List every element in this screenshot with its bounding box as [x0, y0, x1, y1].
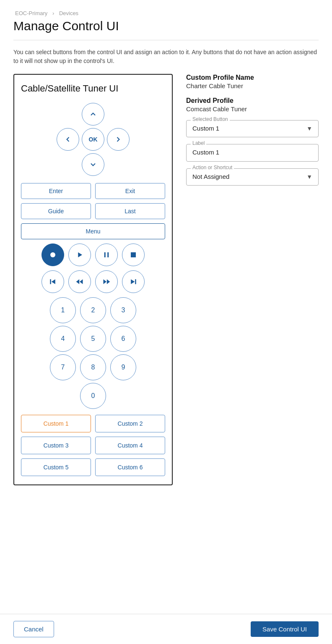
- selected-button-dropdown-wrapper: Custom 1 Custom 2 Custom 3 Custom 4 Cust…: [192, 125, 312, 132]
- custom-profile-name-label: Custom Profile Name: [186, 74, 319, 81]
- play-button[interactable]: [68, 243, 91, 266]
- action-legend: Action or Shortcut: [191, 165, 234, 170]
- selected-button-fieldset: Selected Button Custom 1 Custom 2 Custom…: [186, 120, 319, 137]
- dpad-top-row: [82, 103, 104, 126]
- svg-marker-5: [52, 279, 55, 284]
- stop-button[interactable]: [122, 243, 145, 266]
- cancel-button[interactable]: Cancel: [13, 621, 54, 637]
- num-9-button[interactable]: 9: [110, 354, 136, 380]
- breadcrumb-separator: ›: [52, 10, 54, 16]
- fast-forward-button[interactable]: [95, 270, 118, 293]
- dpad-ok-button[interactable]: OK: [82, 128, 104, 151]
- dpad-left-button[interactable]: [57, 128, 79, 151]
- svg-rect-6: [50, 279, 51, 284]
- remote-panel: Cable/Satellite Tuner UI OK: [13, 74, 173, 485]
- selected-button-select[interactable]: Custom 1 Custom 2 Custom 3 Custom 4 Cust…: [192, 125, 312, 132]
- svg-marker-9: [104, 279, 107, 284]
- numpad-row-4: 0: [80, 383, 106, 409]
- custom-1-button[interactable]: Custom 1: [21, 415, 91, 432]
- derived-profile-value: Comcast Cable Tuner: [186, 105, 319, 113]
- remote-title: Cable/Satellite Tuner UI: [21, 83, 165, 94]
- main-content: Cable/Satellite Tuner UI OK: [13, 74, 319, 485]
- record-button[interactable]: [42, 243, 64, 266]
- guide-last-row: Guide Last: [21, 203, 165, 219]
- dpad: OK: [21, 102, 165, 177]
- num-7-button[interactable]: 7: [50, 354, 76, 380]
- media-controls-row: [21, 243, 165, 266]
- num-2-button[interactable]: 2: [80, 297, 106, 323]
- dpad-middle-row: OK: [57, 128, 130, 151]
- num-3-button[interactable]: 3: [110, 297, 136, 323]
- skip-forward-button[interactable]: [122, 270, 145, 293]
- svg-marker-7: [80, 279, 83, 284]
- svg-marker-11: [131, 279, 135, 284]
- custom-4-button[interactable]: Custom 4: [95, 437, 165, 454]
- action-select[interactable]: Not Assigned: [192, 173, 312, 180]
- svg-rect-12: [135, 279, 136, 284]
- save-button[interactable]: Save Control UI: [251, 621, 319, 637]
- numpad-row-2: 4 5 6: [50, 326, 136, 352]
- pause-button[interactable]: [95, 243, 118, 266]
- custom-buttons-grid: Custom 1 Custom 2 Custom 3 Custom 4 Cust…: [21, 415, 165, 476]
- svg-point-0: [50, 252, 55, 257]
- skip-back-button[interactable]: [42, 270, 64, 293]
- page-title: Manage Control UI: [13, 19, 319, 33]
- num-0-button[interactable]: 0: [80, 383, 106, 409]
- guide-button[interactable]: Guide: [21, 203, 91, 219]
- label-fieldset: Label: [186, 144, 319, 162]
- numpad-row-3: 7 8 9: [50, 354, 136, 380]
- breadcrumb-root[interactable]: EOC-Primary: [15, 10, 47, 16]
- breadcrumb: EOC-Primary › Devices: [13, 10, 319, 16]
- selected-button-legend: Selected Button: [191, 116, 230, 122]
- dpad-bottom-row: [82, 153, 104, 176]
- divider: [13, 40, 319, 40]
- page-description: You can select buttons from the control …: [13, 48, 319, 65]
- custom-5-button[interactable]: Custom 5: [21, 458, 91, 476]
- custom-profile-name-value: Charter Cable Tuner: [186, 82, 319, 89]
- num-1-button[interactable]: 1: [50, 297, 76, 323]
- dpad-down-button[interactable]: [82, 153, 104, 176]
- exit-button[interactable]: Exit: [95, 183, 165, 199]
- footer: Cancel Save Control UI: [0, 614, 332, 644]
- dpad-up-button[interactable]: [82, 103, 104, 126]
- enter-exit-row: Enter Exit: [21, 183, 165, 199]
- num-4-button[interactable]: 4: [50, 326, 76, 352]
- menu-button[interactable]: Menu: [21, 223, 165, 239]
- svg-rect-2: [104, 252, 106, 257]
- svg-marker-10: [107, 279, 110, 284]
- derived-profile-label: Derived Profile: [186, 97, 319, 105]
- svg-marker-8: [76, 279, 80, 284]
- num-8-button[interactable]: 8: [80, 354, 106, 380]
- numpad: 1 2 3 4 5 6 7 8 9 0: [21, 297, 165, 409]
- breadcrumb-child[interactable]: Devices: [59, 10, 78, 16]
- svg-rect-4: [131, 252, 136, 257]
- label-input[interactable]: [192, 149, 312, 156]
- num-5-button[interactable]: 5: [80, 326, 106, 352]
- svg-rect-3: [107, 252, 109, 257]
- last-button[interactable]: Last: [95, 203, 165, 219]
- right-panel: Custom Profile Name Charter Cable Tuner …: [186, 74, 319, 192]
- action-dropdown-wrapper: Not Assigned ▼: [192, 173, 312, 180]
- action-fieldset: Action or Shortcut Not Assigned ▼: [186, 168, 319, 186]
- dpad-right-button[interactable]: [107, 128, 130, 151]
- svg-marker-1: [78, 252, 82, 257]
- custom-3-button[interactable]: Custom 3: [21, 437, 91, 454]
- custom-2-button[interactable]: Custom 2: [95, 415, 165, 432]
- custom-6-button[interactable]: Custom 6: [95, 458, 165, 476]
- num-6-button[interactable]: 6: [110, 326, 136, 352]
- label-legend: Label: [191, 140, 206, 146]
- enter-button[interactable]: Enter: [21, 183, 91, 199]
- rewind-button[interactable]: [68, 270, 91, 293]
- transport-controls-row: [21, 270, 165, 293]
- numpad-row-1: 1 2 3: [50, 297, 136, 323]
